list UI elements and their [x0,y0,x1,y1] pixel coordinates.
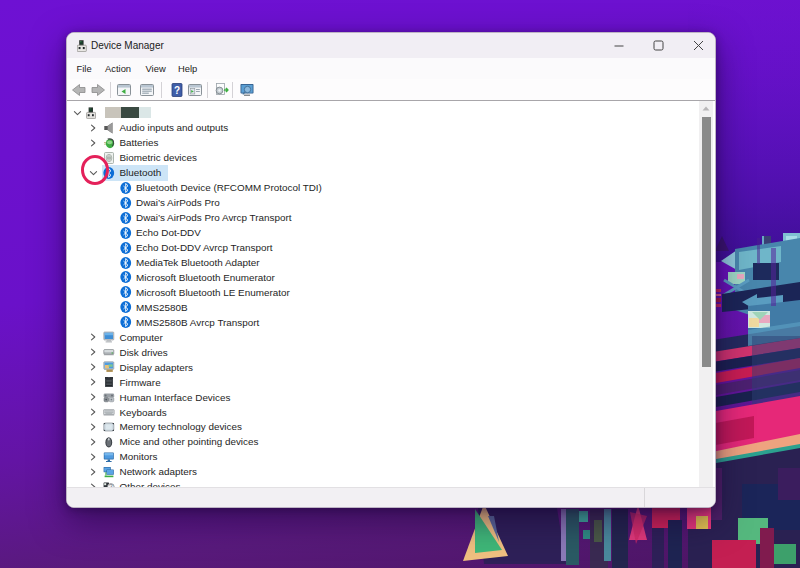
svg-text:?: ? [174,85,180,96]
